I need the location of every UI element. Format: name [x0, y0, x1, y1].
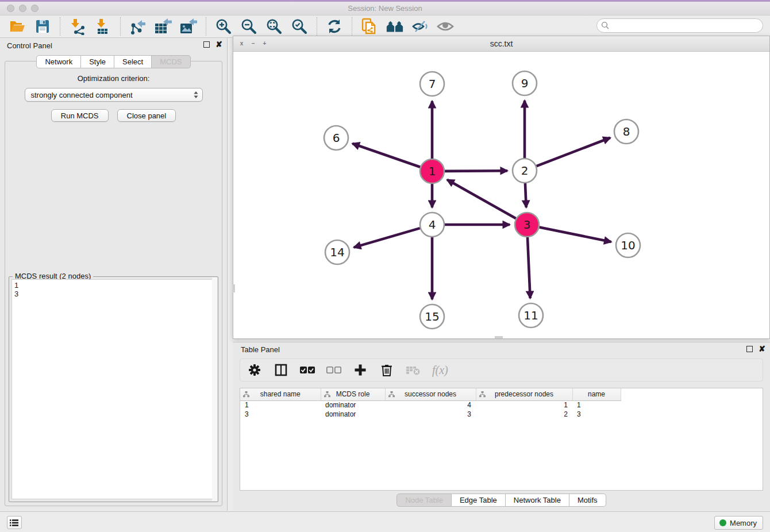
edge-3-1[interactable] [447, 180, 516, 218]
column-header-successor-nodes[interactable]: successor nodes [385, 388, 476, 400]
column-header-shared-name[interactable]: shared name [240, 388, 321, 400]
maximize-window-icon[interactable] [31, 5, 38, 12]
tab-network[interactable]: Network [36, 55, 81, 68]
hide-selected-icon[interactable] [411, 17, 429, 36]
window-title: Session: New Session [348, 4, 422, 13]
settings-gear-icon[interactable] [247, 363, 262, 377]
zoom-out-icon[interactable] [240, 17, 258, 36]
float-panel-icon[interactable] [203, 41, 210, 48]
show-all-icon[interactable] [436, 17, 455, 36]
table-cell[interactable]: 1 [572, 400, 621, 410]
graph-node-1[interactable]: 1 [420, 159, 444, 183]
export-network-icon[interactable] [129, 17, 147, 36]
table-cell[interactable]: 1 [240, 400, 321, 410]
column-header-MCDS-role[interactable]: MCDS role [321, 388, 385, 400]
save-session-icon[interactable] [33, 17, 52, 36]
edge-1-2[interactable] [445, 171, 507, 171]
close-window-icon[interactable] [7, 5, 14, 12]
table-cell[interactable]: 2 [476, 410, 572, 419]
control-panel: Control Panel ✘ NetworkStyleSelectMCDS O… [0, 38, 228, 511]
network-graph[interactable]: 1234678910111415 [233, 52, 769, 338]
table-cell[interactable]: 3 [385, 410, 476, 419]
edge-3-11[interactable] [528, 237, 530, 298]
mcds-result-text[interactable]: 1 3 [11, 279, 215, 499]
tab-node-table[interactable]: Node Table [396, 494, 452, 507]
network-window-titlebar[interactable]: x – + scc.txt [233, 36, 769, 52]
criterion-label: Optimization criterion: [5, 74, 222, 83]
graph-node-10[interactable]: 10 [616, 233, 640, 257]
select-all-icon[interactable] [300, 363, 315, 377]
edge-2-3[interactable] [525, 183, 526, 207]
edge-1-6[interactable] [352, 144, 420, 167]
export-image-icon[interactable] [179, 17, 198, 36]
table-cell[interactable]: 3 [572, 410, 621, 419]
memory-button[interactable]: Memory [714, 516, 763, 530]
copy-style-icon[interactable] [360, 17, 379, 36]
graph-node-2[interactable]: 2 [513, 159, 537, 183]
delete-column-icon[interactable] [379, 363, 394, 377]
search-field[interactable] [596, 18, 763, 33]
criterion-dropdown[interactable]: strongly connected component [25, 88, 203, 102]
table-cell[interactable]: 4 [385, 400, 476, 410]
table-cell[interactable]: 3 [240, 410, 321, 419]
close-panel-button[interactable]: Close panel [117, 109, 176, 122]
import-network-icon[interactable] [68, 17, 87, 36]
node-label: 15 [425, 310, 439, 323]
export-table-icon[interactable] [154, 17, 172, 36]
tab-motifs[interactable]: Motifs [569, 494, 606, 507]
table-cell[interactable]: dominator [321, 410, 385, 419]
close-panel-icon[interactable]: ✘ [215, 41, 222, 48]
node-label: 8 [623, 125, 630, 138]
zoom-selected-icon[interactable] [290, 17, 309, 36]
add-column-icon[interactable] [353, 363, 368, 377]
graph-node-9[interactable]: 9 [513, 71, 537, 95]
tab-style[interactable]: Style [81, 55, 114, 68]
import-table-icon[interactable] [94, 17, 112, 36]
graph-node-3[interactable]: 3 [515, 213, 539, 237]
graph-node-7[interactable]: 7 [420, 72, 444, 96]
table-cell[interactable]: dominator [321, 400, 385, 410]
node-label: 4 [429, 218, 436, 232]
graph-node-11[interactable]: 11 [519, 303, 543, 327]
node-table[interactable]: shared nameMCDS rolesuccessor nodesprede… [240, 388, 763, 491]
column-header-predecessor-nodes[interactable]: predecessor nodes [476, 388, 572, 400]
task-history-button[interactable] [7, 516, 22, 529]
edge-2-8[interactable] [537, 138, 610, 166]
edge-4-14[interactable] [354, 228, 420, 247]
table-row[interactable]: 1dominator411 [240, 400, 621, 410]
graph-node-15[interactable]: 15 [420, 304, 444, 329]
edge-3-10[interactable] [540, 227, 611, 242]
tab-mcds[interactable]: MCDS [152, 55, 190, 68]
graph-node-14[interactable]: 14 [325, 240, 349, 264]
network-close-icon[interactable]: x [238, 40, 245, 48]
open-file-icon[interactable] [8, 17, 26, 36]
zoom-fit-icon[interactable] [265, 17, 283, 36]
float-panel-icon[interactable] [746, 346, 753, 352]
tab-network-table[interactable]: Network Table [506, 494, 569, 507]
search-input[interactable] [610, 21, 763, 30]
apply-layout-icon[interactable] [325, 17, 344, 36]
zoom-in-icon[interactable] [214, 17, 233, 36]
column-header-name[interactable]: name [572, 388, 621, 400]
close-panel-icon[interactable]: ✘ [759, 346, 765, 352]
first-neighbors-icon[interactable] [386, 17, 404, 36]
graph-node-4[interactable]: 4 [420, 213, 444, 237]
minimize-window-icon[interactable] [19, 5, 26, 12]
table-row[interactable]: 3dominator323 [240, 410, 621, 419]
delete-table-icon[interactable] [406, 363, 421, 377]
graph-node-6[interactable]: 6 [324, 126, 348, 150]
toggle-column-icon[interactable] [274, 363, 288, 377]
table-cell[interactable]: 1 [476, 400, 572, 410]
tab-edge-table[interactable]: Edge Table [452, 494, 506, 507]
network-minimize-icon[interactable]: – [249, 40, 257, 48]
tab-select[interactable]: Select [114, 55, 152, 68]
deselect-all-icon[interactable] [326, 363, 341, 377]
network-canvas[interactable]: 1234678910111415 [233, 52, 769, 338]
function-builder-icon[interactable]: f(x) [432, 364, 448, 377]
run-mcds-button[interactable]: Run MCDS [51, 109, 109, 122]
window-traffic-lights[interactable] [7, 5, 38, 12]
control-panel-title: Control Panel [7, 41, 52, 50]
result-scrollbar[interactable] [212, 277, 217, 501]
graph-node-8[interactable]: 8 [614, 119, 638, 144]
network-maximize-icon[interactable]: + [261, 40, 268, 48]
